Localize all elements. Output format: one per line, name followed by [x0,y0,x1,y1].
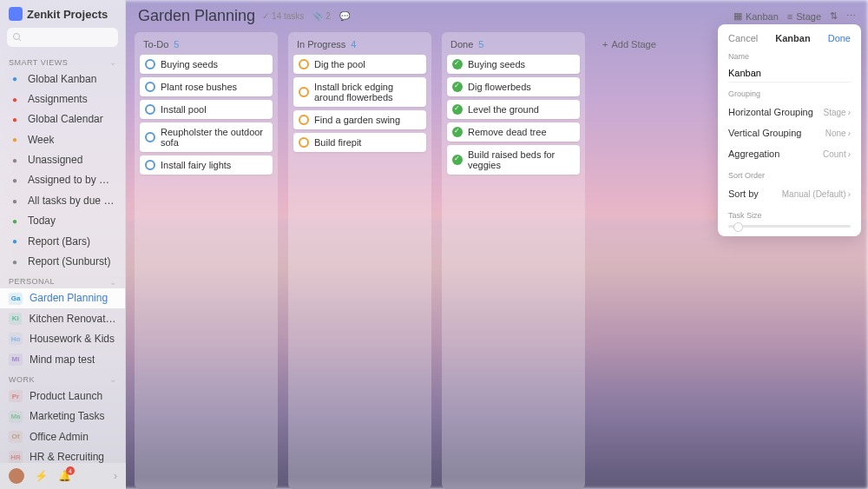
column-header[interactable]: To-Do 5 [140,37,273,55]
vertical-grouping-row[interactable]: Vertical GroupingNone › [728,122,851,143]
task-title: Plant rose bushes [161,82,237,92]
sidebar-item-label: Office Admin [30,431,89,443]
sidebar-item-unassigned[interactable]: ●Unassigned [0,150,125,170]
task-card[interactable]: Install brick edging around flowerbeds [293,77,426,107]
sidebar-item-label: Unassigned [28,154,82,166]
panel-title: Kanban [775,33,810,43]
list-icon: ● [9,195,21,207]
svg-point-0 [14,34,20,40]
sidebar-item-product-launch[interactable]: PrProduct Launch [0,386,125,406]
aggregation-row[interactable]: AggregationCount › [728,143,851,164]
project-icon: Ki [9,313,22,325]
sidebar-item-global-calendar[interactable]: ●Global Calendar [0,109,125,129]
sidebar-item-garden-planning[interactable]: GaGarden Planning [0,288,125,308]
status-icon [145,104,155,115]
task-card[interactable]: Dig flowerbeds [447,77,580,96]
project-icon: HR [9,451,23,463]
chevron-icon[interactable]: › [114,470,117,482]
chat-icon[interactable]: 💬 [339,11,350,21]
status-icon [145,82,155,92]
sidebar-item-label: Today [28,215,56,227]
task-card[interactable]: Plant rose bushes [140,77,273,96]
project-icon: Of [9,431,23,443]
status-icon [452,127,463,137]
sidebar-item-label: Assignments [28,93,88,105]
project-icon: Ho [9,333,23,345]
sidebar-item-assignments[interactable]: ●Assignments [0,89,125,109]
status-icon [145,59,155,69]
task-card[interactable]: Build raised beds for veggies [447,145,580,175]
avatar[interactable] [9,468,24,484]
task-card[interactable]: Buying seeds [447,55,580,74]
project-icon: Mi [9,354,23,366]
sidebar-item-label: Product Launch [30,390,102,402]
check-icon: ● [9,215,21,227]
sidebar-item-label: Report (Bars) [28,235,90,248]
week-icon: ● [9,134,21,146]
main-area: Garden Planning ✓ 14 tasks 📎 2 💬 ▦ Kanba… [126,0,868,489]
task-card[interactable]: Find a garden swing [293,110,426,129]
sidebar-item-global-kanban[interactable]: ●Global Kanban [0,69,125,89]
done-button[interactable]: Done [828,33,851,43]
attachment-count[interactable]: 📎 2 [312,11,331,21]
task-card[interactable]: Install pool [140,100,273,119]
app-logo[interactable]: Zenkit Projects [0,0,125,28]
name-label: Name [728,52,851,61]
cancel-button[interactable]: Cancel [728,33,758,43]
sidebar-item-all-tasks-by-due-date-w-o-completed[interactable]: ●All tasks by due date w/o completed [0,190,125,210]
task-card[interactable]: Reupholster the outdoor sofa [140,122,273,152]
sidebar-item-label: Marketing Tasks [30,410,104,422]
search-input[interactable] [7,28,118,47]
settings-panel: Cancel Kanban Done Name Grouping Horizon… [718,24,861,236]
task-count[interactable]: ✓ 14 tasks [262,11,304,21]
project-icon: Ma [9,411,23,423]
sort-icon[interactable]: ⇅ [830,10,838,22]
more-icon[interactable]: ⋯ [846,10,856,22]
column-in-progress: In Progress 4Dig the poolInstall brick e… [288,32,431,489]
lightning-icon[interactable]: ⚡ [35,470,48,482]
task-card[interactable]: Dig the pool [293,55,426,74]
section-header[interactable]: WORK⌄ [0,369,125,386]
status-icon [299,115,309,125]
view-stage-button[interactable]: ≡ Stage [787,11,821,22]
section-header[interactable]: SMART VIEWS⌄ [0,52,125,69]
project-icon: Pr [9,390,23,402]
task-title: Level the ground [468,104,539,115]
name-input[interactable] [728,64,851,83]
task-title: Buying seeds [161,59,218,69]
task-card[interactable]: Level the ground [447,100,580,119]
column-header[interactable]: Done 5 [447,37,580,55]
task-card[interactable]: Build firepit [293,133,426,152]
sort-by-row[interactable]: Sort byManual (Default) › [728,183,851,204]
sidebar-item-mind-map-test[interactable]: MiMind map test [0,349,125,369]
clock-icon: ● [9,175,21,187]
sidebar-item-report-sunburst-[interactable]: ●Report (Sunburst) [0,252,125,272]
sidebar-item-label: Garden Planning [30,292,108,304]
sidebar-item-label: Global Calendar [28,113,103,125]
status-icon [299,59,309,69]
task-title: Reupholster the outdoor sofa [161,127,267,148]
board-title: Garden Planning [138,7,255,25]
notifications-icon[interactable]: 🔔4 [58,470,71,482]
sidebar-item-today[interactable]: ●Today [0,211,125,231]
column-header[interactable]: In Progress 4 [293,37,426,55]
section-header[interactable]: PERSONAL⌄ [0,272,125,288]
task-card[interactable]: Install fairy lights [140,155,273,175]
task-card[interactable]: Remove dead tree [447,122,580,142]
sort-label: Sort Order [728,171,851,180]
sidebar-item-kitchen-renovation[interactable]: KiKitchen Renovation [0,308,125,328]
horizontal-grouping-row[interactable]: Horizontal GroupingStage › [728,102,851,122]
view-kanban-button[interactable]: ▦ Kanban [733,10,779,22]
task-title: Dig flowerbeds [468,82,531,92]
status-icon [452,82,463,92]
sidebar-item-assigned-to-by-due-date[interactable]: ●Assigned to by Due Date [0,170,125,190]
sidebar-item-report-bars-[interactable]: ●Report (Bars) [0,231,125,251]
sidebar-item-week[interactable]: ●Week [0,129,125,149]
search-icon [12,32,23,43]
task-size-slider[interactable] [728,225,851,228]
sidebar-item-housework-kids[interactable]: HoHousework & Kids [0,329,125,349]
sidebar-item-office-admin[interactable]: OfOffice Admin [0,426,125,446]
status-icon [452,104,463,115]
task-card[interactable]: Buying seeds [140,55,273,74]
sidebar-item-marketing-tasks[interactable]: MaMarketing Tasks [0,406,125,426]
